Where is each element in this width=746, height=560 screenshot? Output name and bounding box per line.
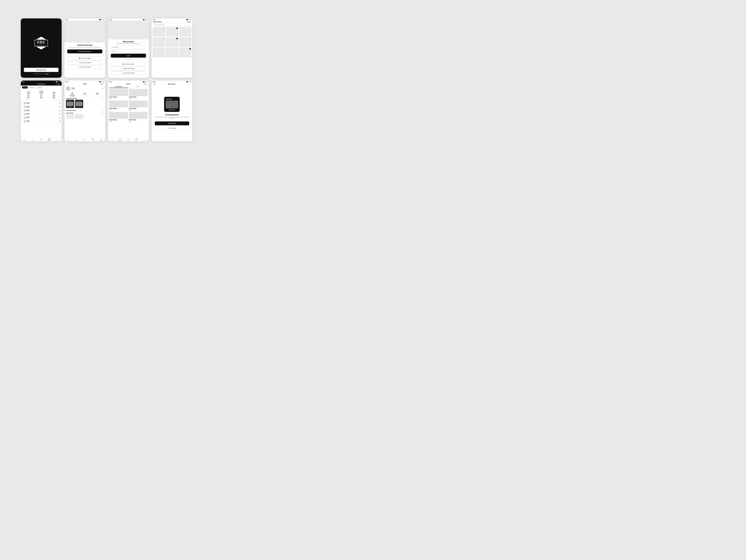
badge-card[interactable]: Month 00, 0000 Badge Name [66, 100, 74, 108]
forgot-password[interactable]: Forgot Password? [111, 58, 146, 59]
list-header: Rk. User Level [22, 100, 60, 102]
password-input[interactable] [111, 50, 146, 53]
athlete-item[interactable] [166, 27, 178, 37]
list-row[interactable]: 0 Name Location 00 [22, 109, 60, 112]
nav-profile[interactable]: ○Profile [144, 138, 146, 141]
athlete-item[interactable] [179, 48, 192, 57]
article-card[interactable]: Article Heading Author Views [109, 101, 128, 111]
athlete-item[interactable] [179, 37, 192, 47]
athletes-search-bar[interactable]: 🔍 [153, 23, 191, 26]
athlete-item[interactable] [152, 27, 165, 37]
article-card[interactable]: Article Heading Author Views [109, 89, 128, 100]
article-card[interactable]: Article Heading Author Views [129, 101, 148, 111]
screen-athletes: 9:41 Select Athletes Finish 🔍 [152, 19, 193, 78]
article-card[interactable]: Article Heading Author Views [129, 112, 148, 122]
signup-free-button[interactable]: Sign Up for Free [24, 68, 58, 72]
login-button[interactable]: Log In [111, 54, 146, 58]
tab-performance[interactable]: Performance [110, 85, 128, 88]
article-card[interactable]: Article Heading Author Views [109, 112, 128, 122]
profile-icon: ○ [144, 138, 145, 140]
nav-articles[interactable]: □Articles [75, 138, 78, 141]
nav-home[interactable]: ⌂Home [111, 138, 113, 141]
badge-card[interactable]: Month 00, 0000 Badge Name [75, 100, 83, 108]
list-row[interactable]: 0 Name Location 00 [22, 112, 60, 116]
athletes-search-input[interactable] [156, 24, 190, 25]
nav-home[interactable]: ⌂Home [24, 138, 26, 141]
athlete-item[interactable] [166, 37, 178, 47]
nav-home[interactable]: ⌂Home [67, 138, 69, 141]
profile-avatar [66, 86, 70, 91]
nav-leaders[interactable]: 🏆Leaders [48, 138, 51, 141]
profile-header: 9:41 Profile Settings [64, 81, 105, 85]
section-toggle[interactable]: ∧ [103, 98, 104, 99]
nav-leaders[interactable]: 🏆Leaders [91, 138, 94, 141]
article-thumbnail [109, 112, 128, 119]
section-title: Latest Achievements [66, 98, 77, 99]
profile-title: Profile [83, 83, 87, 85]
email-input[interactable] [111, 46, 146, 49]
nav-shop[interactable]: 🛍Shop [127, 138, 129, 141]
leaderboard-settings[interactable]: Settings [56, 84, 60, 85]
athlete-item[interactable] [152, 37, 165, 47]
section-toggle[interactable]: ∨ [103, 110, 104, 111]
podium-avatar [39, 90, 44, 94]
article-card[interactable]: Article Heading Author Views [129, 89, 148, 100]
stat-label: Achievement [70, 94, 75, 95]
continue-apple-button[interactable]: 🍎 Continue with Apple [111, 62, 146, 66]
athlete-item[interactable] [166, 48, 178, 57]
nav-profile[interactable]: ○Profile [100, 138, 102, 141]
saved-article-card[interactable] [66, 114, 74, 119]
athlete-item[interactable] [152, 48, 165, 57]
wifi-icon [189, 81, 190, 82]
section-toggle[interactable]: ∧ [103, 112, 104, 114]
articles-title-row: Articles Settings [108, 83, 149, 85]
continue-facebook-button[interactable]: f Continue with Facebook [67, 61, 103, 64]
nav-leaders[interactable]: 🏆Leaders [135, 138, 138, 141]
articles-settings[interactable]: Settings [144, 83, 147, 84]
profile-settings[interactable]: Settings [100, 83, 104, 84]
saved-article-card[interactable] [75, 114, 83, 119]
list-row[interactable]: 0 Name Location 00 [22, 119, 60, 123]
list-row[interactable]: 0 Name Location 00 [22, 116, 60, 119]
nav-articles[interactable]: □Articles [119, 138, 121, 141]
continue-facebook-button[interactable]: f Continue with Facebook [111, 67, 146, 71]
tab-this-week[interactable]: This Week [28, 86, 35, 88]
list-row[interactable]: 0 Name Location 00 [22, 105, 60, 109]
articles-icon: □ [120, 138, 120, 140]
continue-google-button[interactable]: G Continue with Google [67, 65, 103, 69]
shop-icon: 🛍 [127, 138, 129, 140]
screen-profile: 9:41 Profile Settings Name Location Leve… [64, 81, 105, 141]
nav-shop[interactable]: 🛍Shop [84, 138, 85, 141]
level: 00 [59, 117, 60, 118]
avatar [24, 117, 26, 119]
nav-profile[interactable]: ○Profile [56, 138, 58, 141]
athlete-item[interactable] [179, 27, 192, 37]
stat-num: 00 [95, 93, 100, 94]
status-bar: 9:41 [21, 81, 62, 83]
nav-shop[interactable]: 🛍Shop [40, 138, 42, 141]
tab-this-month[interactable]: This Month [36, 86, 43, 88]
badge-date: Month 00, 0000 [67, 100, 74, 102]
continue-google-button[interactable]: G Continue with Google [111, 71, 146, 75]
apple-icon: 🍎 [79, 58, 80, 59]
screen-splash: FRS NETWORK Sign Up for Free Already hav… [21, 19, 62, 78]
frs-logo: FRS NETWORK [34, 37, 48, 50]
tab-lifestyle[interactable]: Lifestyle [128, 85, 147, 88]
share-icon: ⬆ [168, 128, 169, 129]
back-button[interactable]: ‹ Back [153, 84, 156, 85]
status-time: 9:41 [66, 19, 68, 20]
splash-login-link[interactable]: Log In [46, 73, 49, 74]
article-thumbnail [109, 101, 128, 107]
level: 00 [59, 110, 60, 111]
wifi-icon [189, 19, 190, 20]
signup-email-button[interactable]: ✉ Sign Up with Email [67, 50, 103, 53]
tab-all-time[interactable]: All Time [22, 86, 28, 88]
list-row[interactable]: 0 Name Location 00 [22, 102, 60, 105]
nav-articles[interactable]: □Articles [32, 138, 34, 141]
accept-award-button[interactable]: Accept Award [155, 121, 190, 125]
continue-apple-button[interactable]: 🍎 Continue with Apple [67, 56, 103, 60]
battery-icon [103, 19, 104, 20]
saved-articles-row [64, 114, 105, 120]
share-award-button[interactable]: ⬆ Share Award [155, 126, 190, 130]
athletes-finish[interactable]: Finish [187, 21, 191, 23]
